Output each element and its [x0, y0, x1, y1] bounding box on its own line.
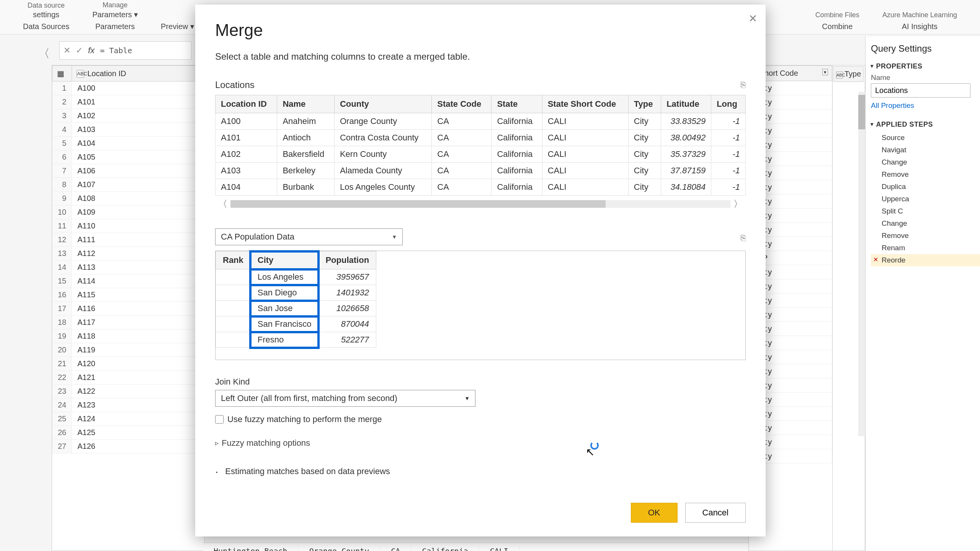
formula-bar[interactable]: ✕ ✓ fx = Table: [59, 41, 191, 60]
row-number[interactable]: 15: [52, 274, 72, 288]
cell-location-id[interactable]: A125: [72, 426, 204, 440]
applied-step[interactable]: Source: [871, 132, 980, 144]
applied-step[interactable]: Renam: [871, 242, 980, 254]
row-number[interactable]: 11: [52, 219, 72, 233]
t1-cell[interactable]: California: [492, 113, 542, 130]
t1-cell[interactable]: Orange County: [334, 113, 431, 130]
applied-step[interactable]: Navigat: [871, 144, 980, 156]
t1-col-header[interactable]: Type: [628, 95, 661, 113]
t2-cell[interactable]: San Jose: [250, 301, 318, 316]
t2-col-header[interactable]: City: [250, 251, 318, 269]
applied-step[interactable]: Upperca: [871, 193, 980, 205]
cell-location-id[interactable]: A115: [72, 288, 204, 302]
t1-cell[interactable]: -1: [711, 130, 746, 146]
t1-cell[interactable]: CALI: [542, 130, 628, 146]
t1-cell[interactable]: Bakersfield: [277, 146, 335, 163]
t1-cell[interactable]: A101: [216, 130, 277, 146]
t1-cell[interactable]: Berkeley: [277, 163, 335, 179]
t1-cell[interactable]: Los Angeles County: [334, 179, 431, 196]
data-grid-left[interactable]: ▦ ABCLocation ID 1A1002A1013A1024A1035A1…: [52, 65, 205, 551]
t1-cell[interactable]: CA: [432, 130, 492, 146]
join-kind-dropdown[interactable]: Left Outer (all from first, matching fro…: [215, 390, 475, 407]
t1-cell[interactable]: A100: [216, 113, 277, 130]
row-number[interactable]: 2: [52, 95, 72, 109]
cell-location-id[interactable]: A117: [72, 316, 204, 329]
t2-col-header[interactable]: Population: [318, 251, 376, 269]
close-icon[interactable]: ✕: [748, 12, 757, 25]
t1-cell[interactable]: 38.00492: [661, 130, 711, 146]
cancel-button[interactable]: Cancel: [685, 503, 746, 523]
row-number[interactable]: 25: [52, 412, 72, 426]
cell-location-id[interactable]: A102: [72, 109, 204, 123]
t2-cell[interactable]: 1026658: [318, 301, 376, 316]
t1-cell[interactable]: City: [628, 146, 661, 163]
row-number[interactable]: 13: [52, 247, 72, 261]
t2-cell[interactable]: 522277: [318, 332, 376, 348]
cell-location-id[interactable]: A114: [72, 274, 204, 288]
t1-cell[interactable]: -1: [711, 146, 746, 163]
column-header-type[interactable]: ABCType: [833, 66, 864, 82]
applied-steps-list[interactable]: SourceNavigatChangeRemoveDuplicaUppercaS…: [871, 132, 980, 266]
t1-cell[interactable]: CALI: [542, 179, 628, 196]
t1-cell[interactable]: CA: [432, 146, 492, 163]
cell-location-id[interactable]: A110: [72, 219, 204, 233]
applied-step[interactable]: Change: [871, 156, 980, 168]
row-number[interactable]: 1: [52, 82, 72, 95]
row-number[interactable]: 10: [52, 205, 72, 219]
t1-cell[interactable]: City: [628, 130, 661, 146]
t1-cell[interactable]: CA: [432, 113, 492, 130]
fuzzy-options-expander[interactable]: Fuzzy matching options: [215, 438, 746, 448]
t1-cell[interactable]: Contra Costa County: [334, 130, 431, 146]
t1-cell[interactable]: Antioch: [277, 130, 335, 146]
t1-cell[interactable]: California: [492, 163, 542, 179]
t1-cell[interactable]: 33.83529: [661, 113, 711, 130]
fuzzy-match-checkbox[interactable]: Use fuzzy matching to perform the merge: [215, 414, 746, 424]
applied-step[interactable]: Reorde: [871, 254, 980, 266]
cancel-icon[interactable]: ✕: [64, 46, 70, 55]
t1-cell[interactable]: 34.18084: [661, 179, 711, 196]
t1-cell[interactable]: 35.37329: [661, 146, 711, 163]
cell-location-id[interactable]: A120: [72, 357, 204, 371]
row-header-corner[interactable]: ▦: [52, 66, 72, 82]
t1-col-header[interactable]: Latitude: [661, 95, 711, 113]
t2-cell[interactable]: [216, 332, 251, 348]
t1-cell[interactable]: CA: [432, 163, 492, 179]
t2-cell[interactable]: [216, 301, 251, 316]
t1-cell[interactable]: A103: [216, 163, 277, 179]
applied-step[interactable]: Split C: [871, 205, 980, 217]
table2-dropdown[interactable]: CA Population Data▼: [215, 228, 403, 245]
expand-table1-icon[interactable]: ⎘: [741, 80, 746, 90]
t1-cell[interactable]: -1: [711, 179, 746, 196]
cell-location-id[interactable]: A105: [72, 150, 204, 164]
t1-col-header[interactable]: State Short Code: [542, 95, 628, 113]
t1-cell[interactable]: A102: [216, 146, 277, 163]
t1-col-header[interactable]: Name: [277, 95, 335, 113]
ribbon-group-preview[interactable]: Preview ▾: [161, 22, 194, 31]
t2-col-header[interactable]: Rank: [216, 251, 251, 269]
ribbon-group-combine[interactable]: Combine Files Combine: [815, 11, 859, 31]
row-number[interactable]: 5: [52, 137, 72, 150]
t1-col-header[interactable]: State: [492, 95, 542, 113]
t2-cell[interactable]: [216, 285, 251, 301]
row-number[interactable]: 22: [52, 371, 72, 385]
row-number[interactable]: 16: [52, 288, 72, 302]
cell-location-id[interactable]: A119: [72, 343, 204, 357]
applied-step[interactable]: Remove: [871, 168, 980, 181]
applied-step[interactable]: Duplica: [871, 181, 980, 193]
ribbon-group-ai[interactable]: Azure Machine Learning AI Insights: [882, 11, 957, 31]
row-number[interactable]: 3: [52, 109, 72, 123]
all-properties-link[interactable]: All Properties: [871, 101, 980, 110]
t1-cell[interactable]: CALI: [542, 113, 628, 130]
t1-cell[interactable]: -1: [711, 113, 746, 130]
vertical-scrollbar[interactable]: [858, 92, 865, 436]
t2-cell[interactable]: San Francisco: [250, 316, 318, 332]
t1-cell[interactable]: California: [492, 146, 542, 163]
t1-cell[interactable]: A104: [216, 179, 277, 196]
cell-location-id[interactable]: A121: [72, 371, 204, 385]
t2-cell[interactable]: Fresno: [250, 332, 318, 348]
cell-location-id[interactable]: A113: [72, 261, 204, 274]
column-header-location-id[interactable]: ABCLocation ID: [72, 66, 204, 82]
properties-header[interactable]: PROPERTIES: [871, 62, 980, 70]
t1-cell[interactable]: Burbank: [277, 179, 335, 196]
cell-location-id[interactable]: A109: [72, 205, 204, 219]
